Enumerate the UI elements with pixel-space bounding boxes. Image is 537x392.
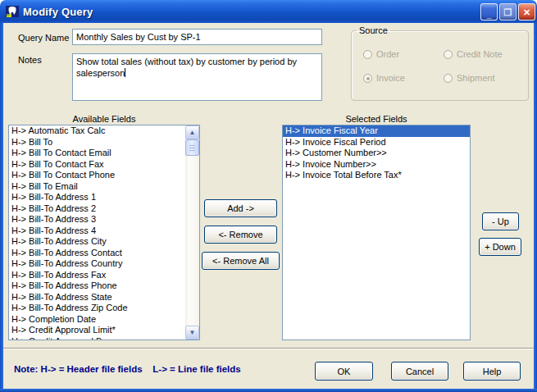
list-item[interactable]: H-> Bill-To Address Zip Code [9,303,185,314]
scroll-down-icon: ▼ [189,329,196,336]
list-item[interactable]: H-> Bill-To Address Country [9,258,185,270]
scrollbar-up-button[interactable]: ▲ [185,125,199,139]
move-down-button[interactable]: + Down [479,238,521,256]
list-item[interactable]: H-> Bill-To Address Phone [9,280,185,292]
remove-all-button[interactable]: <- Remove All [202,252,280,270]
window-border-bottom [0,389,537,392]
scrollbar-down-button[interactable]: ▼ [185,326,199,340]
list-item[interactable]: H-> Bill-To Address Fax [9,270,185,281]
notes-label: Notes [18,55,42,65]
radio-order-label: Order [376,49,399,59]
notes-text-line1: Show total sales (without tax) by custom… [76,57,297,66]
available-fields-list[interactable]: H-> Automatic Tax CalcH-> Bill ToH-> Bil… [8,125,200,340]
radio-invoice-label: Invoice [376,73,405,83]
maximize-icon: ❐ [500,6,516,20]
radio-shipment-icon [444,74,453,83]
selected-fields-label: Selected Fields [282,114,471,124]
notes-field[interactable]: Show total sales (without tax) by custom… [72,53,322,101]
footer-separator [3,348,534,349]
app-icon [6,5,19,18]
move-up-button[interactable]: - Up [482,212,519,230]
query-name-label: Query Name [18,33,69,43]
notes-text-line2: salesperson [76,68,125,78]
list-item[interactable]: H-> Bill To Contact Email [9,148,185,159]
radio-credit-note-label: Credit Note [457,49,503,59]
close-icon: ✕ [519,6,535,20]
scrollbar-thumb[interactable] [185,139,199,156]
remove-button[interactable]: <- Remove [204,226,277,244]
title-bar[interactable]: Modify Query _ ❐ ✕ [0,0,537,23]
radio-shipment-label: Shipment [457,73,494,83]
maximize-button[interactable]: ❐ [499,3,517,21]
available-fields-label: Available Fields [8,114,200,124]
minimize-icon: _ [481,7,497,21]
list-item[interactable]: H-> Credit Approval Limit* [9,325,185,336]
window-border-left [0,23,3,389]
list-item[interactable]: H-> Bill To [9,137,185,148]
list-item[interactable]: H-> Bill-To Address 3 [9,214,185,226]
list-item[interactable]: H-> Bill-To Address 2 [9,203,185,215]
list-item[interactable]: H-> Bill To Email [9,181,185,193]
radio-invoice[interactable]: Invoice [363,73,405,83]
list-item[interactable]: H-> Bill-To Address 1 [9,192,185,203]
list-item[interactable]: H-> Invoice Total Before Tax* [283,170,470,181]
minimize-button[interactable]: _ [480,3,498,21]
window-title: Modify Query [23,6,93,18]
list-item[interactable]: H-> Bill-To Address Contact [9,248,185,259]
list-item[interactable]: H-> Bill To Contact Fax [9,159,185,171]
list-item[interactable]: H-> Invoice Fiscal Period [283,137,470,148]
text-cursor [125,68,125,77]
list-item[interactable]: H-> Bill-To Address City [9,236,185,248]
radio-order-icon [363,50,372,59]
radio-credit-note-icon [444,50,453,59]
radio-order[interactable]: Order [363,49,399,59]
source-group-label: Source [357,25,390,35]
source-group: Source Order Credit Note Invoice Shipmen… [351,25,529,101]
help-button[interactable]: Help [463,362,521,381]
radio-credit-note[interactable]: Credit Note [444,49,503,59]
selected-fields-list[interactable]: H-> Invoice Fiscal YearH-> Invoice Fisca… [282,125,471,340]
ok-button[interactable]: OK [315,362,373,381]
radio-invoice-icon [363,74,372,83]
list-item[interactable]: H-> Bill-To Address 4 [9,226,185,237]
list-item[interactable]: H-> Invoice Number>> [283,159,470,171]
modify-query-dialog: Modify Query _ ❐ ✕ Query Name Notes Show… [0,0,537,392]
window-border-right [534,23,537,389]
scroll-up-icon: ▲ [189,129,196,136]
list-item[interactable]: H-> Bill To Contact Phone [9,170,185,181]
list-item[interactable]: H-> Automatic Tax Calc [9,125,185,137]
list-item[interactable]: H-> Bill-To Address State [9,292,185,303]
close-button[interactable]: ✕ [518,3,535,21]
cancel-button[interactable]: Cancel [391,362,448,381]
list-item[interactable]: H-> Customer Number>> [283,148,470,159]
list-item[interactable]: H-> Completion Date [9,314,185,326]
footer-note: Note: H-> = Header file fields L-> = Lin… [14,364,241,374]
query-name-input[interactable] [72,29,322,45]
add-button[interactable]: Add -> [204,199,277,217]
available-fields-scrollbar[interactable]: ▲ ▼ [185,125,199,340]
radio-shipment[interactable]: Shipment [444,73,494,83]
available-fields-rows: H-> Automatic Tax CalcH-> Bill ToH-> Bil… [9,125,185,340]
list-item[interactable]: H-> Credit Approved By [9,336,185,340]
list-item[interactable]: H-> Invoice Fiscal Year [283,125,470,137]
